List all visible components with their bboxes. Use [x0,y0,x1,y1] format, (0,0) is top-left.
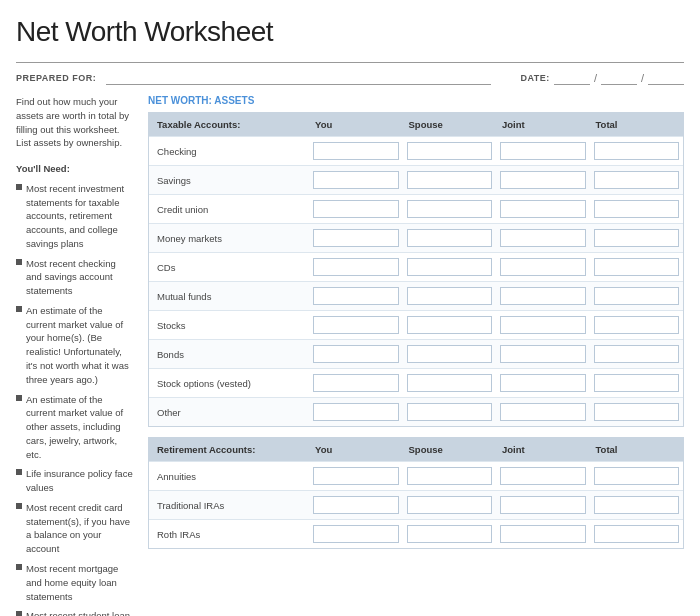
date-slash-2: / [641,72,644,84]
date-year [648,71,684,85]
top-divider [16,62,684,63]
input-cell-total [590,465,684,487]
input-joint[interactable] [500,142,586,160]
taxable-table: Taxable Accounts: You Spouse Joint Total… [148,112,684,427]
input-joint[interactable] [500,200,586,218]
input-cell-total [590,285,684,307]
section-header: NET WORTH: ASSETS [148,95,684,106]
input-joint[interactable] [500,229,586,247]
prepared-row: PREPARED FOR: DATE: / / [16,71,684,85]
retirement-header-label: Retirement Accounts: [149,442,309,457]
row-label: Bonds [149,347,309,362]
input-cell-you [309,198,403,220]
input-you[interactable] [313,403,399,421]
input-you[interactable] [313,200,399,218]
date-slash-1: / [594,72,597,84]
input-joint[interactable] [500,496,586,514]
input-spouse[interactable] [407,258,493,276]
input-spouse[interactable] [407,171,493,189]
table-row: Roth IRAs [149,519,683,548]
input-spouse[interactable] [407,200,493,218]
input-cell-total [590,140,684,162]
input-you[interactable] [313,171,399,189]
input-total[interactable] [594,171,680,189]
bullet-icon [16,259,22,265]
row-label: Savings [149,173,309,188]
input-total[interactable] [594,403,680,421]
input-you[interactable] [313,374,399,392]
input-spouse[interactable] [407,403,493,421]
input-total[interactable] [594,200,680,218]
input-joint[interactable] [500,467,586,485]
retirement-header-row: Retirement Accounts: You Spouse Joint To… [149,438,683,461]
bullet-text: Most recent checking and savings account… [26,257,134,298]
input-joint[interactable] [500,345,586,363]
row-label: Credit union [149,202,309,217]
input-total[interactable] [594,345,680,363]
input-total[interactable] [594,525,680,543]
input-you[interactable] [313,142,399,160]
sidebar-bullet-item: An estimate of the current market value … [16,393,134,462]
input-spouse[interactable] [407,287,493,305]
input-spouse[interactable] [407,229,493,247]
taxable-col-total: Total [590,117,684,132]
bullet-text: Most recent investment statements for ta… [26,182,134,251]
retirement-rows: Annuities Traditional IRAs Roth IRAs [149,461,683,548]
input-cell-joint [496,314,590,336]
row-label: Stock options (vested) [149,376,309,391]
input-spouse[interactable] [407,496,493,514]
input-cell-you [309,465,403,487]
input-cell-spouse [403,372,497,394]
input-total[interactable] [594,229,680,247]
input-cell-total [590,523,684,545]
taxable-col-joint: Joint [496,117,590,132]
input-cell-joint [496,285,590,307]
input-total[interactable] [594,316,680,334]
retirement-col-spouse: Spouse [403,442,497,457]
input-joint[interactable] [500,374,586,392]
content-area: NET WORTH: ASSETS Taxable Accounts: You … [148,95,684,616]
input-you[interactable] [313,316,399,334]
bullet-text: Most recent student loan, car loan, and … [26,609,134,616]
input-you[interactable] [313,345,399,363]
input-joint[interactable] [500,403,586,421]
input-you[interactable] [313,287,399,305]
input-joint[interactable] [500,287,586,305]
input-spouse[interactable] [407,142,493,160]
input-joint[interactable] [500,258,586,276]
sidebar-bullet-item: An estimate of the current market value … [16,304,134,387]
input-you[interactable] [313,467,399,485]
row-label: Traditional IRAs [149,498,309,513]
bullet-text: Most recent mortgage and home equity loa… [26,562,134,603]
input-you[interactable] [313,525,399,543]
input-cell-you [309,494,403,516]
input-joint[interactable] [500,316,586,334]
input-total[interactable] [594,496,680,514]
table-row: Bonds [149,339,683,368]
input-you[interactable] [313,258,399,276]
prepared-label: PREPARED FOR: [16,73,96,83]
input-total[interactable] [594,258,680,276]
input-spouse[interactable] [407,525,493,543]
input-spouse[interactable] [407,316,493,334]
bullet-icon [16,395,22,401]
bullet-text: Most recent credit card statement(s), if… [26,501,134,556]
input-cell-joint [496,523,590,545]
input-cell-spouse [403,401,497,423]
table-row: CDs [149,252,683,281]
input-cell-spouse [403,169,497,191]
input-total[interactable] [594,142,680,160]
input-cell-you [309,314,403,336]
input-spouse[interactable] [407,374,493,392]
input-total[interactable] [594,467,680,485]
input-joint[interactable] [500,171,586,189]
input-spouse[interactable] [407,345,493,363]
input-cell-spouse [403,314,497,336]
input-total[interactable] [594,287,680,305]
input-spouse[interactable] [407,467,493,485]
input-you[interactable] [313,229,399,247]
taxable-col-spouse: Spouse [403,117,497,132]
input-joint[interactable] [500,525,586,543]
input-total[interactable] [594,374,680,392]
input-you[interactable] [313,496,399,514]
